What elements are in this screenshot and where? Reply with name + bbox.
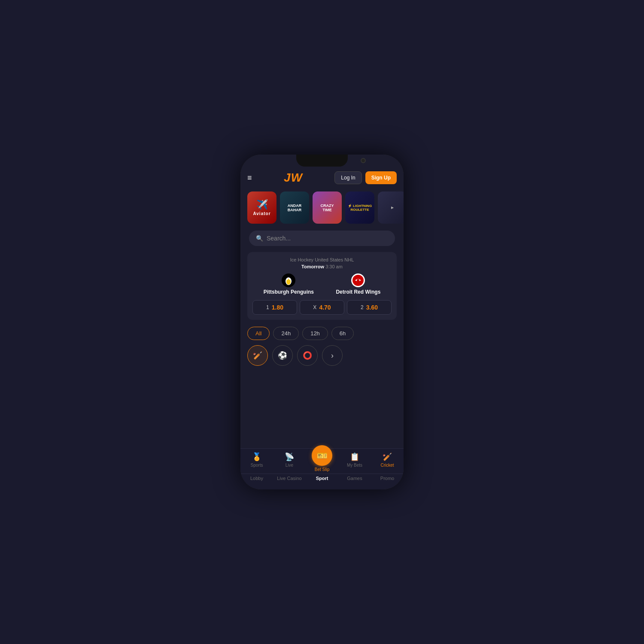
game-thumb-andar-bahar[interactable]: ANDARBAHAR <box>280 191 309 224</box>
aviator-label: Aviator <box>253 211 270 216</box>
live-label: Live <box>286 463 293 468</box>
lightning-label: ⚡ LIGHTNINGROULETTE <box>348 204 372 212</box>
match-card: Ice Hockey United States NHL Tomorrow 3:… <box>247 252 397 320</box>
odd-btn-2[interactable]: 2 3.60 <box>347 300 392 315</box>
bottom-nav: 🏅 Sports 📡 Live 🎫 Bet Slip 📋 My Bets <box>240 448 404 489</box>
promo-label: Promo <box>380 476 394 481</box>
search-container: 🔍 Search... <box>240 227 404 249</box>
search-icon: 🔍 <box>256 235 263 242</box>
search-box[interactable]: 🔍 Search... <box>249 231 395 246</box>
more-games-label: ▶ <box>391 206 394 210</box>
odd-label-x: X <box>313 304 316 310</box>
signup-button[interactable]: Sign Up <box>365 171 397 184</box>
sport-icon-more[interactable]: › <box>322 345 343 366</box>
match-sport-info: Ice Hockey United States NHL <box>252 257 392 262</box>
odd-label-2: 2 <box>361 304 364 310</box>
team2-name: Detroit Red Wings <box>336 289 380 295</box>
sport-label: Sport <box>316 476 328 481</box>
login-button[interactable]: Log In <box>334 171 361 184</box>
time-filter-6h[interactable]: 6h <box>331 327 354 340</box>
odd-btn-x[interactable]: X 4.70 <box>300 300 344 315</box>
soccer-icon: ⚽ <box>278 351 287 360</box>
cricket-nav-icon: 🏏 <box>383 452 392 462</box>
teams-row: Pittsburgh Penguins Detroit Red Wings <box>252 273 392 295</box>
odd-btn-1[interactable]: 1 1.80 <box>252 300 297 315</box>
betslip-label: Bet Slip <box>315 467 329 472</box>
cricket-label: Cricket <box>380 463 394 468</box>
time-filter-24h[interactable]: 24h <box>273 327 299 340</box>
time-filter-12h[interactable]: 12h <box>302 327 328 340</box>
team-home: Pittsburgh Penguins <box>264 273 314 295</box>
live-icon: 📡 <box>285 452 294 462</box>
aviator-plane-icon: ✈️ <box>256 199 268 210</box>
odds-row: 1 1.80 X 4.70 2 3.60 <box>252 300 392 315</box>
odd-label-1: 1 <box>266 304 269 310</box>
game-thumb-lightning[interactable]: ⚡ LIGHTNINGROULETTE <box>345 191 374 224</box>
sub-nav-promo[interactable]: Promo <box>371 476 404 481</box>
bet-slip-btn[interactable]: 🎫 <box>312 445 332 466</box>
penguins-logo <box>282 273 295 287</box>
mybets-icon: 📋 <box>350 452 359 462</box>
nav-item-mybets[interactable]: 📋 My Bets <box>338 452 371 472</box>
sports-label: Sports <box>251 463 263 468</box>
menu-icon[interactable]: ≡ <box>247 173 252 182</box>
nav-item-live[interactable]: 📡 Live <box>273 452 306 472</box>
sport-icon-cricket[interactable]: 🏏 <box>247 345 268 366</box>
nav-item-betslip[interactable]: 🎫 Bet Slip <box>306 452 338 472</box>
nav-item-cricket[interactable]: 🏏 Cricket <box>371 452 404 472</box>
phone-notch <box>296 155 348 167</box>
search-input[interactable]: Search... <box>267 235 388 242</box>
svg-point-3 <box>286 278 288 280</box>
mybets-label: My Bets <box>347 463 362 468</box>
lobby-label: Lobby <box>250 476 263 481</box>
time-filter-all[interactable]: All <box>247 327 270 340</box>
odd-value-2: 3.60 <box>366 304 378 311</box>
app-logo: JW <box>284 171 303 185</box>
cricket-bat-icon: 🏏 <box>253 351 262 360</box>
team-away: Detroit Red Wings <box>336 273 380 295</box>
nav-item-sports[interactable]: 🏅 Sports <box>240 452 273 472</box>
odd-value-1: 1.80 <box>272 304 283 311</box>
svg-point-6 <box>357 279 359 282</box>
team1-name: Pittsburgh Penguins <box>264 289 314 295</box>
game-thumbnails-row: ✈️ Aviator ANDARBAHAR CRAZYTIME ⚡ LIGHTN… <box>240 188 404 227</box>
sub-nav-sport[interactable]: Sport <box>306 476 338 481</box>
redwings-logo <box>351 273 365 287</box>
sport-icon-tennis[interactable]: ⭕ <box>297 345 318 366</box>
time-filter: All 24h 12h 6h <box>240 322 404 343</box>
crazy-time-label: CRAZYTIME <box>321 204 334 212</box>
svg-point-4 <box>289 278 291 280</box>
bet-slip-icon: 🎫 <box>317 450 328 461</box>
sub-nav-livecasino[interactable]: Live Casino <box>273 476 306 481</box>
phone-camera <box>361 158 366 163</box>
tennis-icon: ⭕ <box>303 351 312 360</box>
nav-row-bottom: Lobby Live Casino Sport Games Promo <box>240 474 404 489</box>
game-thumb-more[interactable]: ▶ <box>378 191 404 224</box>
sport-icon-soccer[interactable]: ⚽ <box>272 345 293 366</box>
more-sports-icon: › <box>331 351 334 360</box>
sub-nav-games[interactable]: Games <box>338 476 371 481</box>
livecasino-label: Live Casino <box>277 476 301 481</box>
phone-device: ≡ JW Log In Sign Up ✈️ Aviator ANDARBAHA… <box>240 155 404 489</box>
auth-buttons: Log In Sign Up <box>334 171 397 184</box>
game-thumb-crazy-time[interactable]: CRAZYTIME <box>313 191 342 224</box>
phone-screen: ≡ JW Log In Sign Up ✈️ Aviator ANDARBAHA… <box>240 155 404 489</box>
nav-row-top: 🏅 Sports 📡 Live 🎫 Bet Slip 📋 My Bets <box>240 449 404 474</box>
sport-icons-row: 🏏 ⚽ ⭕ › <box>240 343 404 369</box>
game-thumb-aviator[interactable]: ✈️ Aviator <box>247 191 276 224</box>
sports-icon: 🏅 <box>252 452 261 462</box>
sub-nav-lobby[interactable]: Lobby <box>240 476 273 481</box>
match-time: Tomorrow 3:30 am <box>252 264 392 269</box>
games-label: Games <box>347 476 362 481</box>
odd-value-x: 4.70 <box>319 304 331 311</box>
andar-bahar-label: ANDARBAHAR <box>288 204 302 212</box>
